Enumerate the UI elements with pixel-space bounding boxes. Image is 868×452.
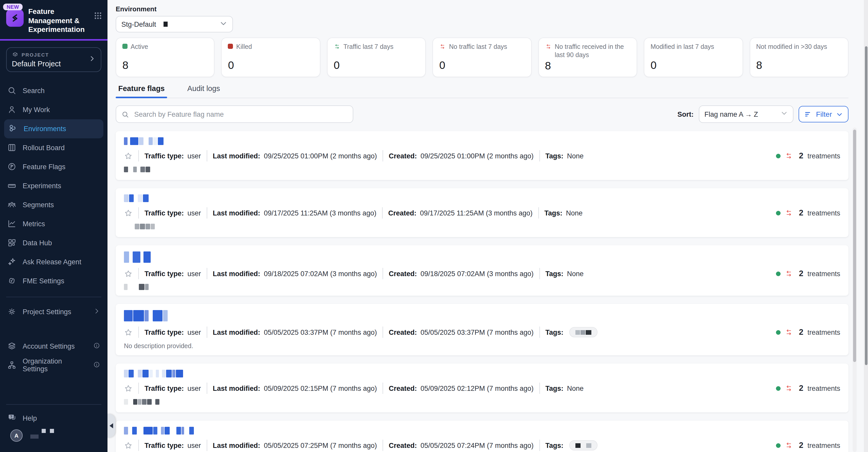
sidebar-item-rollout-board[interactable]: Rollout Board [0, 138, 107, 157]
sidebar-item-fme-settings[interactable]: FME Settings [0, 271, 107, 290]
project-selector[interactable]: PROJECT Default Project [6, 47, 101, 72]
divider [138, 150, 139, 161]
org-gear-icon [7, 360, 17, 370]
redacted-block [144, 137, 148, 145]
sidebar-item-metrics[interactable]: Metrics [0, 214, 107, 233]
created-value: 05/05/2025 03:37PM (7 months ago) [421, 328, 533, 336]
list-scrollbar-thumb[interactable] [853, 129, 856, 362]
redacted-block [144, 251, 151, 263]
flag-name-redacted [124, 370, 840, 378]
redacted-block [124, 194, 129, 202]
redacted-block [143, 370, 149, 378]
redacted-block [146, 167, 150, 172]
divider [539, 440, 540, 451]
created-value: 09/18/2025 07:02AM (3 months ago) [421, 270, 533, 277]
treatments-count: 2 [799, 441, 803, 450]
divider [538, 207, 539, 218]
redacted-block [146, 223, 150, 229]
status-dot [776, 443, 780, 448]
avatar[interactable]: A [10, 429, 23, 442]
info-icon[interactable] [93, 361, 100, 369]
redacted-block [42, 429, 46, 433]
user-account-row: A [0, 428, 107, 452]
treatments-count: 2 [799, 151, 803, 160]
redacted-block [133, 399, 137, 404]
divider [382, 327, 383, 338]
status-dot [776, 271, 780, 276]
environment-select[interactable]: Stg-Default [116, 16, 233, 32]
redacted-block [145, 284, 149, 290]
star-icon[interactable] [124, 441, 133, 450]
feature-flag-row[interactable]: Traffic type:userLast modified:05/05/202… [116, 304, 848, 355]
help-item[interactable]: ? Help [0, 408, 107, 428]
sidebar-item-project-settings[interactable]: Project Settings [0, 302, 107, 321]
chevron-down-icon [781, 110, 788, 119]
stat-card-2[interactable]: Traffic last 7 days0 [327, 37, 426, 77]
sidebar-item-search[interactable]: Search [0, 81, 107, 100]
search-input[interactable] [133, 110, 348, 119]
tags-value: None [566, 209, 583, 217]
star-icon[interactable] [124, 328, 133, 337]
feature-flag-row[interactable]: Traffic type:userLast modified:09/17/202… [116, 188, 848, 237]
created-label: Created: [389, 270, 417, 277]
redacted-block [159, 370, 161, 378]
sidebar-item-segments[interactable]: Segments [0, 195, 107, 214]
redacted-block [133, 167, 137, 172]
star-icon[interactable] [124, 384, 133, 393]
divider [207, 207, 207, 218]
created-value: 05/05/2025 07:24PM (7 months ago) [421, 442, 533, 449]
sidebar-item-ask-release-agent[interactable]: Ask Release Agent [0, 252, 107, 271]
redacted-block [172, 370, 175, 378]
feature-flag-row[interactable]: Traffic type:userLast modified:09/25/202… [116, 131, 848, 180]
tab-audit-logs[interactable]: Audit logs [187, 84, 220, 98]
split-logo-glyph [9, 12, 21, 24]
sidebar-item-data-hub[interactable]: Data Hub [0, 233, 107, 252]
redacted-block [132, 427, 137, 434]
redacted-block [50, 429, 54, 433]
sidebar-collapse-handle[interactable] [107, 414, 115, 438]
sidebar-item-my-work[interactable]: My Work [0, 100, 107, 119]
redacted-block [158, 427, 160, 434]
sort-select[interactable]: Flag name A → Z [699, 106, 794, 123]
app-window: NEW Feature Management & Experimentation… [0, 0, 868, 452]
traffic-type-label: Traffic type: [145, 152, 184, 160]
tag-chip[interactable] [569, 327, 597, 337]
tab-feature-flags[interactable]: Feature flags [118, 84, 165, 98]
feature-flag-row[interactable]: Traffic type:userLast modified:05/05/202… [116, 421, 848, 452]
sidebar-item-environments[interactable]: Environments [4, 119, 103, 138]
redacted-block [129, 427, 132, 434]
treatments-split-icon [784, 384, 793, 392]
info-icon[interactable] [93, 342, 100, 351]
stat-card-6[interactable]: Not modified in >30 days8 [749, 37, 848, 77]
app-switcher-grid-icon[interactable] [94, 11, 102, 22]
stat-card-4[interactable]: No traffic received in the last 90 days8 [538, 37, 637, 77]
svg-text:?: ? [10, 415, 12, 418]
sidebar-item-account-settings[interactable]: Account Settings [0, 337, 107, 356]
tag-chip[interactable] [569, 440, 597, 450]
sidebar-item-organization-settings[interactable]: Organization Settings [0, 356, 107, 374]
sidebar-item-feature-flags[interactable]: Feature Flags [0, 157, 107, 176]
project-name: Default Project [12, 59, 88, 68]
sidebar-item-label: Segments [23, 201, 54, 209]
fme-icon [7, 276, 17, 285]
star-icon[interactable] [124, 269, 133, 278]
star-icon[interactable] [124, 209, 133, 217]
stat-card-0[interactable]: Active8 [116, 37, 215, 77]
star-icon[interactable] [124, 151, 133, 160]
stat-card-3[interactable]: No traffic last 7 days0 [433, 37, 532, 77]
stat-card-1[interactable]: Killed0 [221, 37, 320, 77]
stat-label: No traffic received in the last 90 days [555, 43, 630, 59]
feature-flag-row[interactable]: Traffic type:userLast modified:09/18/202… [116, 245, 848, 296]
split-logo[interactable] [6, 9, 24, 27]
feature-flag-row[interactable]: Traffic type:userLast modified:05/09/202… [116, 364, 848, 413]
created-label: Created: [389, 152, 417, 160]
redacted-block [124, 223, 134, 229]
divider [207, 383, 207, 394]
stat-card-5[interactable]: Modified in last 7 days0 [644, 37, 743, 77]
sidebar-item-experiments[interactable]: Experiments [0, 176, 107, 195]
page-scrollbar-thumb[interactable] [865, 46, 867, 365]
flag-name-redacted [124, 251, 840, 263]
board-icon [7, 143, 17, 152]
treatments-count: 2 [799, 269, 803, 278]
filter-button[interactable]: Filter [799, 106, 848, 122]
